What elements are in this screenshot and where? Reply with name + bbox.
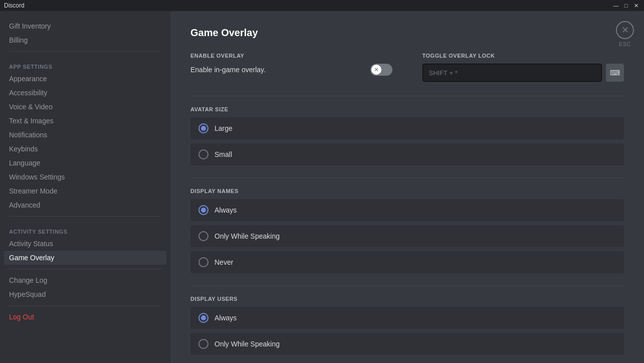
display-names-speaking-option[interactable]: Only While Speaking bbox=[190, 225, 624, 247]
display-names-section: DISPLAY NAMES Always Only While Speaking… bbox=[190, 188, 624, 273]
display-names-always-label: Always bbox=[214, 206, 237, 214]
close-button-wrap[interactable]: ✕ ESC bbox=[616, 21, 634, 47]
sidebar-item-appearance[interactable]: Appearance bbox=[4, 72, 166, 86]
sidebar-item-billing[interactable]: Billing bbox=[4, 33, 166, 47]
avatar-size-large-label: Large bbox=[214, 124, 233, 132]
radio-inner-users-always bbox=[201, 315, 206, 320]
sidebar: Gift Inventory Billing APP SETTINGS Appe… bbox=[0, 11, 170, 363]
display-users-label: DISPLAY USERS bbox=[190, 296, 624, 302]
keybind-wrap: ⌨ bbox=[422, 64, 624, 82]
activity-settings-label: ACTIVITY SETTINGS bbox=[4, 221, 166, 237]
avatar-size-radio-group: Large Small bbox=[190, 117, 624, 165]
display-users-speaking-label: Only While Speaking bbox=[214, 340, 280, 348]
keybind-button[interactable]: ⌨ bbox=[606, 64, 624, 82]
app-settings-label: APP SETTINGS bbox=[4, 56, 166, 72]
radio-inner bbox=[201, 126, 206, 131]
sidebar-divider-1 bbox=[9, 51, 161, 52]
display-names-never-option[interactable]: Never bbox=[190, 251, 624, 273]
sidebar-item-advanced[interactable]: Advanced bbox=[4, 198, 166, 212]
sidebar-item-windows-settings[interactable]: Windows Settings bbox=[4, 170, 166, 184]
sidebar-item-accessibility[interactable]: Accessibility bbox=[4, 86, 166, 100]
sidebar-divider-4 bbox=[9, 305, 161, 306]
display-users-always-radio bbox=[198, 313, 208, 323]
app-title: Discord bbox=[4, 2, 25, 9]
sidebar-item-hypesquad[interactable]: HypeSquad bbox=[4, 287, 166, 301]
display-users-always-option[interactable]: Always bbox=[190, 307, 624, 329]
window-controls: — □ ✕ bbox=[612, 2, 640, 10]
enable-overlay-row: Enable in-game overlay. ✕ bbox=[190, 64, 392, 76]
app-body: Gift Inventory Billing APP SETTINGS Appe… bbox=[0, 11, 644, 363]
sidebar-item-notifications[interactable]: Notifications bbox=[4, 128, 166, 142]
sidebar-item-activity-status[interactable]: Activity Status bbox=[4, 237, 166, 251]
avatar-size-label: AVATAR SIZE bbox=[190, 106, 624, 112]
logout-button[interactable]: Log Out bbox=[4, 310, 166, 324]
sidebar-item-change-log[interactable]: Change Log bbox=[4, 273, 166, 287]
keybind-input[interactable] bbox=[422, 64, 602, 82]
display-users-section: DISPLAY USERS Always Only While Speaking bbox=[190, 296, 624, 355]
display-names-label: DISPLAY NAMES bbox=[190, 188, 624, 194]
toggle-lock-col: TOGGLE OVERLAY LOCK ⌨ bbox=[422, 53, 624, 82]
avatar-size-large-radio bbox=[198, 123, 208, 133]
close-label: ESC bbox=[619, 41, 631, 47]
divider-1 bbox=[190, 96, 624, 96]
display-users-radio-group: Always Only While Speaking bbox=[190, 307, 624, 355]
display-names-speaking-label: Only While Speaking bbox=[214, 232, 280, 240]
close-icon[interactable]: ✕ bbox=[616, 21, 634, 39]
sidebar-divider-2 bbox=[9, 216, 161, 217]
sidebar-item-game-overlay[interactable]: Game Overlay bbox=[4, 251, 166, 265]
display-names-radio-group: Always Only While Speaking Never bbox=[190, 199, 624, 273]
display-users-speaking-option[interactable]: Only While Speaking bbox=[190, 333, 624, 355]
display-names-never-label: Never bbox=[214, 258, 233, 266]
content-area: ✕ ESC Game Overlay ENABLE OVERLAY Enable… bbox=[170, 11, 644, 363]
toggle-lock-label: TOGGLE OVERLAY LOCK bbox=[422, 53, 624, 59]
sidebar-item-voice-video[interactable]: Voice & Video bbox=[4, 100, 166, 114]
sidebar-item-text-images[interactable]: Text & Images bbox=[4, 114, 166, 128]
minimize-button[interactable]: — bbox=[612, 2, 620, 10]
divider-2 bbox=[190, 177, 624, 178]
sidebar-divider-3 bbox=[9, 269, 161, 269]
enable-overlay-text: Enable in-game overlay. bbox=[190, 66, 266, 74]
avatar-size-large-option[interactable]: Large bbox=[190, 117, 624, 139]
close-window-button[interactable]: ✕ bbox=[632, 2, 640, 10]
display-users-always-label: Always bbox=[214, 314, 237, 322]
avatar-size-small-radio bbox=[198, 149, 208, 159]
page-title: Game Overlay bbox=[190, 27, 624, 39]
avatar-size-section: AVATAR SIZE Large Small bbox=[190, 106, 624, 165]
overlay-settings-row: ENABLE OVERLAY Enable in-game overlay. ✕… bbox=[190, 53, 624, 82]
avatar-size-small-option[interactable]: Small bbox=[190, 143, 624, 165]
display-names-always-radio bbox=[198, 205, 208, 215]
toggle-knob: ✕ bbox=[371, 65, 381, 75]
maximize-button[interactable]: □ bbox=[622, 2, 630, 10]
display-names-speaking-radio bbox=[198, 231, 208, 241]
sidebar-item-keybinds[interactable]: Keybinds bbox=[4, 142, 166, 156]
enable-overlay-col: ENABLE OVERLAY Enable in-game overlay. ✕ bbox=[190, 53, 392, 76]
divider-3 bbox=[190, 285, 624, 286]
enable-overlay-toggle[interactable]: ✕ bbox=[370, 64, 392, 76]
radio-inner-always bbox=[201, 208, 206, 213]
titlebar: Discord — □ ✕ bbox=[0, 0, 644, 11]
sidebar-item-gift-inventory[interactable]: Gift Inventory bbox=[4, 19, 166, 33]
enable-overlay-label: ENABLE OVERLAY bbox=[190, 53, 392, 59]
display-names-never-radio bbox=[198, 257, 208, 267]
sidebar-item-streamer-mode[interactable]: Streamer Mode bbox=[4, 184, 166, 198]
sidebar-item-language[interactable]: Language bbox=[4, 156, 166, 170]
display-users-speaking-radio bbox=[198, 339, 208, 349]
avatar-size-small-label: Small bbox=[214, 150, 232, 158]
display-names-always-option[interactable]: Always bbox=[190, 199, 624, 221]
